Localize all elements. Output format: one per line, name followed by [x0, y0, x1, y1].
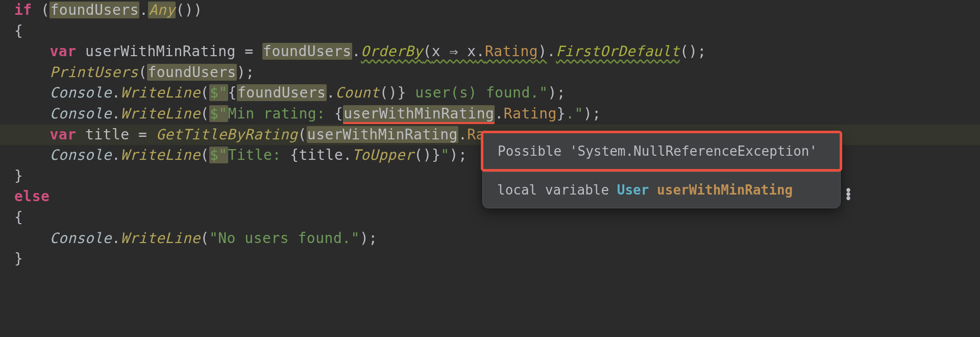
method-any: Any — [148, 2, 176, 18]
dot: . — [352, 43, 361, 60]
warning-text: Possible 'System.NullReferenceException' — [498, 143, 817, 159]
paren: ( — [138, 64, 147, 81]
dot: . — [112, 147, 120, 163]
variable-title: title — [85, 126, 130, 143]
property-rating: Rating — [504, 105, 557, 122]
parens: () — [380, 84, 398, 101]
interp-close: } — [557, 105, 566, 122]
brace-close: } — [14, 250, 23, 267]
dot: . — [476, 43, 485, 60]
method-printusers: PrintUsers — [50, 64, 138, 81]
type-console: Console — [50, 105, 112, 122]
tooltip-symbol-name: userWithMinRating — [657, 182, 793, 198]
code-line[interactable]: if (foundUsers.Any()) — [0, 0, 980, 21]
variable-userWithMinRating: userWithMinRating — [307, 126, 458, 143]
paren: ( — [201, 84, 209, 101]
code-line[interactable]: Console.WriteLine($"{foundUsers.Count()}… — [0, 83, 980, 104]
tooltip-symbol-info: local variable User userWithMinRating — [483, 172, 840, 208]
code-line[interactable]: var userWithMinRating = foundUsers.Order… — [0, 41, 980, 62]
code-line[interactable]: { — [0, 21, 980, 42]
dot: . — [112, 230, 120, 247]
method-firstordefault: FirstOrDefault — [556, 43, 680, 60]
string-delim: " — [539, 84, 548, 101]
dot: . — [112, 105, 120, 122]
variable-foundUsers: foundUsers — [147, 64, 237, 81]
parens: () — [414, 147, 432, 163]
space — [649, 182, 657, 198]
lambda: x ⇒ x — [432, 43, 476, 60]
variable-userWithMinRating: userWithMinRating — [343, 105, 495, 124]
code-line[interactable]: Console.WriteLine("No users found."); — [0, 228, 980, 249]
method-count: Count — [335, 84, 380, 101]
interp-close: } — [432, 147, 440, 163]
end: ); — [450, 147, 468, 163]
dot: . — [547, 43, 556, 60]
string-literal: . — [566, 105, 574, 122]
interp-open: { — [334, 105, 343, 122]
dot: . — [495, 105, 503, 122]
variable-foundUsers: foundUsers — [50, 2, 139, 18]
variable-foundUsers: foundUsers — [237, 84, 327, 101]
string-delim: $" — [209, 84, 228, 101]
code-line[interactable]: } — [0, 249, 980, 270]
brace-open: { — [14, 209, 23, 226]
method-writeline: WriteLine — [120, 105, 200, 122]
string-literal: user(s) found. — [406, 84, 539, 101]
brace-open: { — [14, 22, 23, 39]
string-literal: "No users found." — [209, 230, 360, 247]
more-actions-icon[interactable]: ••• — [844, 187, 852, 200]
method-orderby: OrderBy — [361, 43, 423, 60]
dot: . — [112, 84, 120, 101]
dot: . — [139, 2, 148, 18]
interp-open: { — [290, 147, 299, 163]
code-line[interactable]: PrintUsers(foundUsers); — [0, 62, 980, 83]
paren: ( — [32, 2, 50, 18]
space — [77, 126, 85, 143]
variable-foundUsers: foundUsers — [262, 43, 352, 60]
dot: . — [327, 84, 335, 101]
method-writeline: WriteLine — [120, 230, 200, 247]
variable-title: title — [299, 147, 343, 163]
paren: ( — [201, 230, 209, 247]
string-literal: Min rating: — [228, 105, 334, 122]
keyword-var: var — [50, 126, 76, 143]
type-console: Console — [50, 147, 112, 163]
equals: = — [236, 43, 262, 60]
paren: ( — [201, 147, 209, 163]
equals: = — [130, 126, 156, 143]
tooltip-prefix: local variable — [497, 182, 617, 198]
variable-userWithMinRating: userWithMinRating — [85, 43, 236, 60]
interp-open: { — [228, 84, 237, 101]
tooltip-type: User — [617, 182, 649, 198]
string-literal: Title: — [228, 147, 290, 163]
interp-close: } — [397, 84, 406, 101]
paren: ); — [237, 64, 255, 81]
property-rating: Rating — [485, 43, 538, 60]
brace-close: } — [14, 167, 23, 184]
string-delim: $" — [209, 105, 228, 122]
method-gettitlebyrating: GetTitleByRating — [156, 126, 298, 143]
code-editor[interactable]: if (foundUsers.Any()) { var userWithMinR… — [0, 0, 980, 337]
paren: ) — [538, 43, 547, 60]
paren: ()) — [176, 2, 202, 18]
code-line[interactable]: Console.WriteLine($"Min rating: {userWit… — [0, 104, 980, 125]
end: ); — [548, 84, 566, 101]
paren: ( — [423, 43, 431, 60]
dot: . — [343, 147, 352, 163]
type-console: Console — [50, 230, 112, 247]
string-delim: " — [440, 147, 449, 163]
method-toupper: ToUpper — [352, 147, 414, 163]
type-console: Console — [50, 84, 112, 101]
paren: ( — [298, 126, 306, 143]
method-writeline: WriteLine — [120, 84, 200, 101]
space — [77, 43, 85, 60]
end: ); — [360, 230, 378, 247]
inspection-tooltip[interactable]: Possible 'System.NullReferenceException'… — [482, 132, 841, 208]
code-line[interactable]: { — [0, 207, 980, 228]
end: (); — [680, 43, 706, 60]
string-delim: " — [575, 105, 583, 122]
string-delim: $" — [209, 147, 228, 163]
paren: ( — [201, 105, 209, 122]
dot: . — [458, 126, 467, 143]
keyword-if: if — [14, 2, 32, 18]
